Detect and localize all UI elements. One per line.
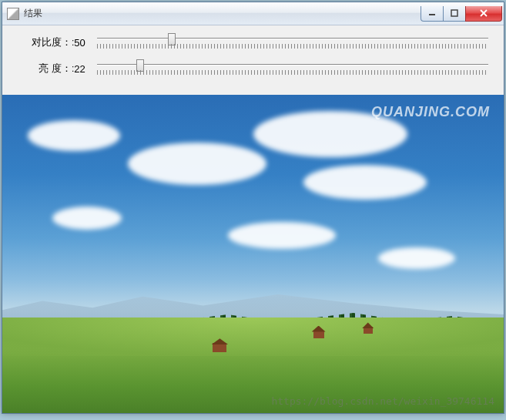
svg-rect-1 [451, 10, 457, 16]
maximize-icon [451, 9, 458, 17]
close-icon [479, 9, 488, 17]
hut-icon [313, 331, 324, 338]
brightness-row: 亮 度： : 22 [18, 59, 488, 78]
controls-panel: 对比度： : 50 亮 度： : 22 [2, 25, 504, 95]
brightness-slider[interactable] [97, 59, 488, 78]
window: 结果 对比度： : 50 亮 度： : 2 [2, 2, 504, 414]
brightness-label: 亮 度： [18, 62, 72, 76]
app-icon [7, 8, 19, 20]
hut-icon [213, 343, 226, 352]
image-watermark: QUANJING.COM [371, 104, 490, 120]
window-controls [421, 6, 502, 22]
contrast-value: 50 [74, 37, 97, 49]
window-title: 结果 [24, 7, 421, 20]
maximize-button[interactable] [443, 6, 466, 22]
minimize-button[interactable] [421, 6, 444, 22]
image-preview: QUANJING.COM https://blog.csdn.net/weixi… [2, 95, 504, 413]
minimize-icon [428, 9, 436, 17]
titlebar[interactable]: 结果 [2, 2, 504, 25]
hut-icon [364, 327, 373, 334]
contrast-row: 对比度： : 50 [18, 33, 488, 52]
brightness-value: 22 [74, 63, 97, 75]
blog-watermark: https://blog.csdn.net/weixin_39746114 [271, 395, 494, 407]
contrast-slider[interactable] [97, 33, 488, 52]
contrast-label: 对比度： [18, 35, 72, 49]
close-button[interactable] [465, 6, 502, 22]
